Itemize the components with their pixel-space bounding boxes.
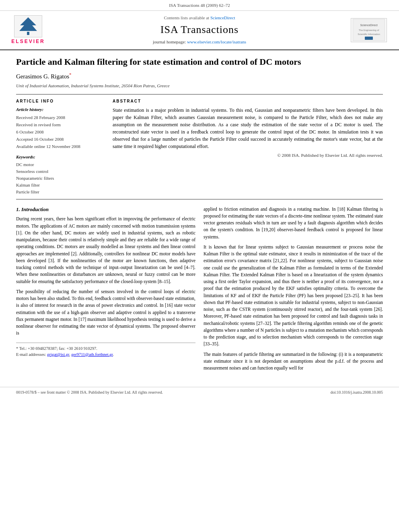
history-label: Article history: <box>16 107 105 113</box>
intro-right-para-3: The main features of particle filtering … <box>204 351 383 372</box>
svg-text:Scientific Information: Scientific Information <box>358 33 380 35</box>
svg-marker-1 <box>19 17 37 31</box>
copyright-line: © 2008 ISA. Published by Elsevier Ltd. A… <box>113 152 383 159</box>
keyword-1: DC motor <box>16 162 105 168</box>
revised-date: 6 October 2008 <box>16 129 105 136</box>
intro-para-1: During recent years, there has been sign… <box>16 216 195 285</box>
svg-rect-6 <box>365 37 373 40</box>
issn-text: 0019-0578/$ – see front matter © 2008 IS… <box>16 390 163 396</box>
abstract-heading: ABSTRACT <box>113 99 383 105</box>
author-name: Gerasimos G. Rigatos* <box>16 72 383 81</box>
received-date: Received 28 February 2008 <box>16 115 105 121</box>
sciencedirect-link[interactable]: ScienceDirect <box>210 15 235 20</box>
svg-rect-0 <box>27 32 29 35</box>
body-section: 1. Introduction During recent years, the… <box>16 206 383 375</box>
doi-text: doi:10.1016/j.isatra.2008.10.005 <box>331 390 383 396</box>
footnote-section: * Tel.: +30 6948278387; fax: +30 2610 91… <box>16 343 195 357</box>
article-info-col: ARTICLE INFO Article history: Received 2… <box>16 99 105 196</box>
section1-title: 1. Introduction <box>16 206 195 214</box>
keyword-4: Kalman filter <box>16 182 105 189</box>
intro-right-para-1: applied to friction estimation and diagn… <box>204 206 383 240</box>
keywords-label: Keywords: <box>16 154 105 160</box>
intro-para-2: The possibility of reducing the number o… <box>16 288 195 337</box>
body-col-left: 1. Introduction During recent years, the… <box>16 206 195 375</box>
accepted-date: Accepted 16 October 2008 <box>16 136 105 143</box>
journal-homepage-line: journal homepage: www.elsevier.com/locat… <box>52 39 347 45</box>
body-divider <box>16 199 383 199</box>
keyword-5: Particle filter <box>16 189 105 195</box>
footnote-tel: * Tel.: +30 6948278387; fax: +30 2610 91… <box>16 345 195 351</box>
journal-center-info: Contents lists available at ScienceDirec… <box>52 15 347 45</box>
available-date: Available online 12 November 2008 <box>16 144 105 150</box>
keyword-3: Nonparametric filters <box>16 175 105 182</box>
svg-text:ScienceDirect: ScienceDirect <box>360 24 377 27</box>
abstract-text: State estimation is a major problem in i… <box>113 107 383 150</box>
intro-right-para-2: It is known that for linear systems subj… <box>204 244 383 348</box>
elsevier-logo-section: ELSEVIER <box>8 15 48 45</box>
revised-label: Received in revised form <box>16 122 105 128</box>
article-content: Particle and Kalman filtering for state … <box>0 50 399 383</box>
affiliation: Unit of Industrial Automation, Industria… <box>16 83 383 89</box>
email-link-1[interactable]: grigat@isi.gr <box>47 352 69 357</box>
footnote-email: E-mail addresses: grigat@isi.gr, ger9711… <box>16 351 195 357</box>
elsevier-tree-logo <box>14 15 42 37</box>
sd-logo-image: ScienceDirect The Engineering of Scienti… <box>351 18 387 42</box>
elsevier-wordmark: ELSEVIER <box>11 38 45 45</box>
email-link-2[interactable]: ger9711@ath.forthnet.gr <box>71 352 113 357</box>
article-title: Particle and Kalman filtering for state … <box>16 56 383 68</box>
article-info-heading: ARTICLE INFO <box>16 99 105 105</box>
journal-header: ELSEVIER Contents lists available at Sci… <box>0 11 399 50</box>
keyword-2: Sensorless control <box>16 168 105 175</box>
header-divider <box>16 94 383 94</box>
contents-available-line: Contents lists available at ScienceDirec… <box>52 15 347 21</box>
journal-citation: ISA Transactions 48 (2009) 62–72 <box>169 3 230 8</box>
journal-url[interactable]: www.elsevier.com/locate/isatrans <box>187 39 246 44</box>
top-bar: ISA Transactions 48 (2009) 62–72 <box>0 0 399 11</box>
info-abstract-section: ARTICLE INFO Article history: Received 2… <box>16 99 383 196</box>
journal-title: ISA Transactions <box>52 22 347 37</box>
svg-text:The Engineering of: The Engineering of <box>359 29 379 31</box>
body-col-right: applied to friction estimation and diagn… <box>204 206 383 375</box>
abstract-col: ABSTRACT State estimation is a major pro… <box>113 99 383 196</box>
sd-logo-section: ScienceDirect The Engineering of Scienti… <box>351 18 391 42</box>
bottom-bar: 0019-0578/$ – see front matter © 2008 IS… <box>0 387 399 398</box>
